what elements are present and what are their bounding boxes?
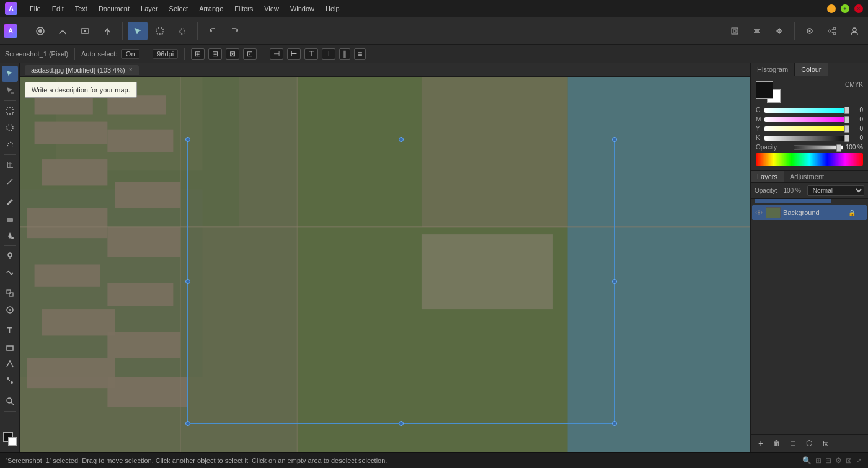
persona-develop-btn[interactable] bbox=[75, 22, 95, 40]
yellow-track[interactable] bbox=[764, 126, 849, 131]
svg-rect-49 bbox=[27, 358, 115, 388]
share-btn[interactable] bbox=[822, 22, 842, 40]
fill-tool[interactable] bbox=[2, 227, 18, 244]
crop-tool[interactable] bbox=[2, 157, 18, 173]
svg-rect-56 bbox=[107, 377, 188, 407]
menu-view[interactable]: View bbox=[259, 4, 284, 14]
fx-layer-btn[interactable]: fx bbox=[819, 437, 831, 449]
tool-sep3 bbox=[4, 192, 16, 192]
tab-colour[interactable]: Colour bbox=[795, 63, 828, 76]
dodge-tool[interactable] bbox=[2, 248, 18, 264]
ctx-transform-btn4[interactable]: ⊡ bbox=[243, 48, 257, 60]
redo-btn[interactable] bbox=[225, 22, 245, 40]
layers-icon[interactable]: ⊠ bbox=[846, 456, 852, 465]
zoom-tool[interactable] bbox=[2, 393, 18, 409]
selection-rect-tool[interactable] bbox=[2, 103, 18, 119]
undo-btn[interactable] bbox=[203, 22, 223, 40]
magenta-thumb[interactable] bbox=[844, 116, 849, 123]
clone-tool[interactable] bbox=[2, 285, 18, 301]
snap-icon[interactable]: ⊟ bbox=[825, 456, 831, 465]
svg-rect-61 bbox=[568, 77, 751, 452]
transform-btn[interactable] bbox=[725, 22, 745, 40]
color-model-label[interactable]: CMYK bbox=[845, 81, 863, 88]
menu-select[interactable]: Select bbox=[164, 4, 193, 14]
layer-lock-icon[interactable]: 🔒 bbox=[848, 210, 856, 216]
selection-ellipse-tool[interactable] bbox=[2, 120, 18, 136]
view-btn[interactable] bbox=[800, 22, 820, 40]
move-tool-btn[interactable] bbox=[128, 22, 148, 40]
cyan-track[interactable] bbox=[764, 108, 849, 113]
persona-export-btn[interactable] bbox=[97, 22, 117, 40]
layer-item-active[interactable]: Background 🔒 ⋯ bbox=[752, 205, 867, 220]
tab-layers[interactable]: Layers bbox=[751, 171, 784, 182]
ctx-transform-btn2[interactable]: ⊟ bbox=[208, 48, 222, 60]
settings-icon[interactable]: ⚙ bbox=[835, 456, 842, 465]
node-tool[interactable] bbox=[2, 373, 18, 389]
menu-file[interactable]: File bbox=[25, 4, 46, 14]
canvas-content[interactable]: Write a description for your map. bbox=[20, 77, 750, 452]
align-btn[interactable] bbox=[747, 22, 767, 40]
menu-filters[interactable]: Filters bbox=[229, 4, 258, 14]
ctx-transform-btn3[interactable]: ⊠ bbox=[226, 48, 239, 60]
layer-visibility-eye[interactable] bbox=[755, 208, 763, 217]
tab-histogram[interactable]: Histogram bbox=[751, 63, 795, 76]
menu-layer[interactable]: Layer bbox=[136, 4, 163, 14]
blur-tool[interactable] bbox=[2, 265, 18, 281]
maximize-button[interactable]: + bbox=[841, 4, 849, 13]
minimize-button[interactable]: – bbox=[827, 4, 836, 13]
tool-sep4 bbox=[4, 245, 16, 246]
paint-brush-tool[interactable] bbox=[2, 194, 18, 210]
user-btn[interactable] bbox=[844, 22, 864, 40]
retouch-tool[interactable] bbox=[2, 302, 18, 318]
close-button[interactable]: × bbox=[854, 4, 863, 13]
bg-color-swatch[interactable] bbox=[8, 437, 17, 446]
menu-text[interactable]: Text bbox=[70, 4, 92, 14]
blend-mode-select[interactable]: Normal Multiply Screen Overlay bbox=[807, 185, 864, 196]
persona-liquify-btn[interactable] bbox=[53, 22, 73, 40]
align-top-btn[interactable]: ⊥ bbox=[322, 48, 335, 60]
key-thumb[interactable] bbox=[844, 135, 849, 142]
key-label: K bbox=[756, 135, 762, 141]
doc-tab-item[interactable]: asdasd.jpg [Modified] (103.4%) × bbox=[25, 65, 139, 75]
menu-arrange[interactable]: Arrange bbox=[194, 4, 228, 14]
delete-layer-btn[interactable]: 🗑 bbox=[771, 437, 783, 449]
tab-adjustment[interactable]: Adjustment bbox=[784, 171, 830, 182]
ctx-transform-btn1[interactable]: ⊞ bbox=[191, 48, 205, 60]
menu-edit[interactable]: Edit bbox=[47, 4, 69, 14]
cyan-thumb[interactable] bbox=[844, 107, 849, 114]
straighten-tool[interactable] bbox=[2, 174, 18, 190]
selection-brush-btn[interactable] bbox=[150, 22, 170, 40]
persona-photo-btn[interactable] bbox=[30, 22, 50, 40]
magenta-track[interactable] bbox=[764, 117, 849, 122]
eraser-tool[interactable] bbox=[2, 211, 18, 227]
freehand-tool[interactable] bbox=[2, 136, 18, 152]
menu-document[interactable]: Document bbox=[94, 4, 135, 14]
shape-tool[interactable] bbox=[2, 339, 18, 355]
key-track[interactable] bbox=[764, 136, 849, 141]
add-layer-btn[interactable]: + bbox=[755, 437, 767, 449]
color-spectrum[interactable] bbox=[756, 153, 863, 166]
menu-window[interactable]: Window bbox=[285, 4, 319, 14]
align-center-v-btn[interactable]: ∥ bbox=[339, 48, 350, 60]
yellow-thumb[interactable] bbox=[844, 125, 849, 133]
snapping-btn[interactable] bbox=[769, 22, 789, 40]
align-right-btn[interactable]: ⊤ bbox=[304, 48, 318, 60]
align-left-btn[interactable]: ⊣ bbox=[270, 48, 283, 60]
autoselect-value[interactable]: On bbox=[121, 49, 140, 59]
pen-tool[interactable] bbox=[2, 356, 18, 372]
export-status-icon[interactable]: ↗ bbox=[856, 456, 862, 465]
zoom-icon[interactable]: 🔍 bbox=[802, 456, 812, 465]
opacity-slider[interactable] bbox=[794, 145, 843, 150]
move-tool[interactable] bbox=[2, 66, 18, 82]
align-center-h-btn[interactable]: ⊢ bbox=[287, 48, 301, 60]
foreground-color-picker[interactable] bbox=[756, 81, 773, 99]
doc-tab-close[interactable]: × bbox=[129, 66, 133, 73]
grid-icon[interactable]: ⊞ bbox=[815, 456, 822, 465]
mask-layer-btn[interactable]: ⬡ bbox=[803, 437, 815, 449]
freehand-selection-btn[interactable] bbox=[172, 22, 192, 40]
menu-help[interactable]: Help bbox=[321, 4, 345, 14]
group-layer-btn[interactable]: □ bbox=[787, 437, 799, 449]
align-bottom-btn[interactable]: ≡ bbox=[354, 48, 366, 60]
transform-tool[interactable] bbox=[2, 82, 18, 99]
text-tool[interactable]: T bbox=[2, 322, 18, 338]
